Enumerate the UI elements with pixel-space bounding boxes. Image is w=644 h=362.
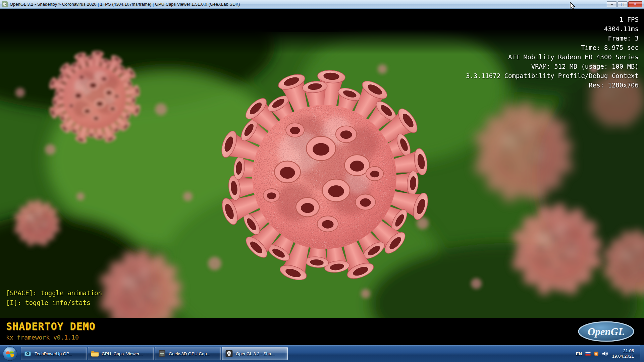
- gpu-z-icon: [24, 350, 32, 358]
- opengl-logo: OpenGL: [577, 321, 635, 342]
- system-tray: EN 21:05 19.04.: [576, 345, 644, 362]
- framework-version: kx framework v0.1.10: [6, 334, 79, 341]
- minimize-button[interactable]: –: [607, 1, 617, 7]
- app-icon: [2, 1, 8, 7]
- help-info: [I]: toggle info/stats: [6, 298, 102, 308]
- stat-time: Time: 8.975 sec: [466, 43, 639, 52]
- gpu-monitor-tray-icon[interactable]: [594, 351, 599, 356]
- render-viewport[interactable]: 1 FPS 4304.11ms Frame: 3 Time: 8.975 sec…: [0, 9, 644, 318]
- clock[interactable]: 21:05 19.04.2021: [612, 348, 634, 359]
- skull-icon: [225, 350, 233, 358]
- gpu-caps-icon: [158, 350, 166, 358]
- maximize-button[interactable]: ▢: [618, 1, 628, 7]
- taskbar-button-opengl-active[interactable]: OpenGL 3.2 - Sha...: [222, 347, 288, 360]
- language-indicator[interactable]: EN: [576, 351, 582, 356]
- stat-frame: Frame: 3: [466, 34, 639, 43]
- keyboard-layout-flag-icon[interactable]: [585, 352, 591, 356]
- demo-title: SHADERTOY DEMO: [6, 320, 96, 332]
- taskbar-button-folder[interactable]: GPU_Caps_Viewer...: [88, 347, 154, 360]
- stat-fps: 1 FPS: [466, 15, 639, 24]
- window-title: OpenGL 3.2 - Shadertoy > Coronavirus 202…: [10, 2, 240, 7]
- opengl-logo-text: OpenGL: [588, 326, 625, 338]
- stat-gpu: ATI Mobility Radeon HD 4300 Series: [466, 52, 639, 62]
- taskbar: TechPowerUp GP... GPU_Caps_Viewer...: [0, 345, 644, 362]
- clock-date: 19.04.2021: [612, 354, 634, 359]
- application-window: OpenGL 3.2 - Shadertoy > Coronavirus 202…: [0, 0, 644, 362]
- folder-icon: [91, 350, 99, 358]
- stat-vram: VRAM: 512 MB (usage: 100 MB): [466, 62, 639, 71]
- taskbar-button-label: TechPowerUp GP...: [35, 351, 72, 356]
- window-controls: – ▢ ✕: [607, 1, 644, 7]
- help-space: [SPACE]: toggle animation: [6, 288, 102, 298]
- taskbar-button-label: GPU_Caps_Viewer...: [102, 351, 143, 356]
- close-button[interactable]: ✕: [628, 1, 642, 7]
- hud-stats: 1 FPS 4304.11ms Frame: 3 Time: 8.975 sec…: [466, 15, 639, 90]
- show-desktop-button[interactable]: [640, 345, 644, 362]
- demo-footer: SHADERTOY DEMO kx framework v0.1.10 Open…: [0, 318, 644, 345]
- taskbar-button-label: Geeks3D GPU Cap...: [169, 351, 210, 356]
- taskbar-button-gpucaps[interactable]: Geeks3D GPU Cap...: [155, 347, 221, 360]
- start-button[interactable]: [2, 346, 18, 362]
- clock-time: 21:05: [612, 348, 634, 354]
- stat-resolution: Res: 1280x706: [466, 80, 639, 90]
- stat-gl-context: 3.3.11672 Compatibility Profile/Debug Co…: [466, 71, 639, 80]
- taskbar-button-label: OpenGL 3.2 - Sha...: [236, 351, 275, 356]
- volume-icon[interactable]: [602, 351, 608, 356]
- taskbar-button-gpuz[interactable]: TechPowerUp GP...: [21, 347, 87, 360]
- skull-icon: [2, 2, 7, 7]
- hud-help: [SPACE]: toggle animation [I]: toggle in…: [6, 288, 102, 308]
- title-bar[interactable]: OpenGL 3.2 - Shadertoy > Coronavirus 202…: [0, 0, 644, 9]
- stat-frametime: 4304.11ms: [466, 24, 639, 34]
